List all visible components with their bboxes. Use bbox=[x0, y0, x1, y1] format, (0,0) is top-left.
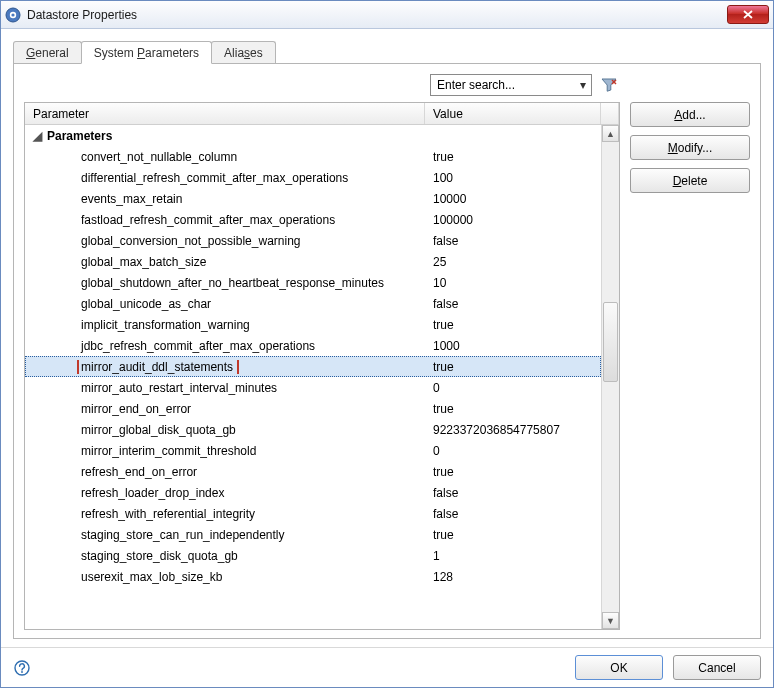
table-row[interactable]: fastload_refresh_commit_after_max_operat… bbox=[25, 209, 601, 230]
dropdown-arrow-icon[interactable]: ▾ bbox=[575, 78, 591, 92]
parameter-value: false bbox=[425, 486, 601, 500]
close-button[interactable] bbox=[727, 5, 769, 24]
expand-collapse-icon[interactable]: ◢ bbox=[33, 129, 43, 143]
filter-icon[interactable] bbox=[600, 76, 618, 94]
vertical-scrollbar[interactable]: ▲ ▼ bbox=[601, 125, 619, 629]
tab-label-post: es bbox=[250, 46, 263, 60]
parameter-name: jdbc_refresh_commit_after_max_operations bbox=[81, 339, 315, 353]
svg-point-5 bbox=[15, 661, 29, 675]
table-row[interactable]: refresh_with_referential_integrityfalse bbox=[25, 503, 601, 524]
table-row[interactable]: refresh_loader_drop_indexfalse bbox=[25, 482, 601, 503]
scroll-down-button[interactable]: ▼ bbox=[602, 612, 619, 629]
delete-button[interactable]: Delete bbox=[630, 168, 750, 193]
table-row[interactable]: implicit_transformation_warningtrue bbox=[25, 314, 601, 335]
table-row[interactable]: global_unicode_as_charfalse bbox=[25, 293, 601, 314]
app-icon bbox=[5, 7, 21, 23]
parameter-value: 100000 bbox=[425, 213, 601, 227]
parameter-value: true bbox=[425, 150, 601, 164]
parameter-name: global_unicode_as_char bbox=[81, 297, 211, 311]
parameter-value: 128 bbox=[425, 570, 601, 584]
parameter-value: 0 bbox=[425, 444, 601, 458]
tab-label-post: eneral bbox=[35, 46, 68, 60]
grid-body: ◢Parameters convert_not_nullable_columnt… bbox=[25, 125, 619, 629]
parameter-name: global_conversion_not_possible_warning bbox=[81, 234, 301, 248]
table-row[interactable]: global_max_batch_size25 bbox=[25, 251, 601, 272]
table-row[interactable]: refresh_end_on_errortrue bbox=[25, 461, 601, 482]
parameter-name: global_max_batch_size bbox=[81, 255, 206, 269]
grid-rows: ◢Parameters convert_not_nullable_columnt… bbox=[25, 125, 601, 629]
modify-button[interactable]: Modify... bbox=[630, 135, 750, 160]
cancel-button[interactable]: Cancel bbox=[673, 655, 761, 680]
parameter-name: convert_not_nullable_column bbox=[81, 150, 237, 164]
tabstrip: General System Parameters Aliases bbox=[13, 39, 761, 64]
ok-button[interactable]: OK bbox=[575, 655, 663, 680]
tab-aliases[interactable]: Aliases bbox=[211, 41, 276, 63]
svg-point-6 bbox=[21, 671, 23, 673]
parameter-name: mirror_global_disk_quota_gb bbox=[81, 423, 236, 437]
parameter-name: staging_store_disk_quota_gb bbox=[81, 549, 238, 563]
table-row[interactable]: staging_store_disk_quota_gb1 bbox=[25, 545, 601, 566]
search-row: Enter search... ▾ bbox=[24, 74, 750, 96]
scroll-up-button[interactable]: ▲ bbox=[602, 125, 619, 142]
client-area: General System Parameters Aliases Enter … bbox=[1, 29, 773, 647]
search-placeholder: Enter search... bbox=[431, 78, 575, 92]
parameter-name: implicit_transformation_warning bbox=[81, 318, 250, 332]
parameter-name: refresh_end_on_error bbox=[81, 465, 197, 479]
tab-mnemonic: G bbox=[26, 46, 35, 60]
tab-mnemonic: P bbox=[137, 46, 145, 60]
group-row-parameters[interactable]: ◢Parameters bbox=[25, 125, 601, 146]
parameter-name: events_max_retain bbox=[81, 192, 182, 206]
table-row[interactable]: staging_store_can_run_independentlytrue bbox=[25, 524, 601, 545]
table-row[interactable]: mirror_end_on_errortrue bbox=[25, 398, 601, 419]
scroll-track[interactable] bbox=[602, 142, 619, 612]
table-row[interactable]: mirror_interim_commit_threshold0 bbox=[25, 440, 601, 461]
tab-label-pre: System bbox=[94, 46, 137, 60]
parameter-value: true bbox=[425, 402, 601, 416]
add-button[interactable]: Add... bbox=[630, 102, 750, 127]
parameter-value: 10000 bbox=[425, 192, 601, 206]
dialog-window: Datastore Properties General System Para… bbox=[0, 0, 774, 688]
main-row: Parameter Value ◢Parameters convert_not_… bbox=[24, 102, 750, 630]
parameter-name: differential_refresh_commit_after_max_op… bbox=[81, 171, 348, 185]
table-row[interactable]: mirror_audit_ddl_statementstrue bbox=[25, 356, 601, 377]
search-combo[interactable]: Enter search... ▾ bbox=[430, 74, 592, 96]
parameter-value: false bbox=[425, 297, 601, 311]
table-row[interactable]: differential_refresh_commit_after_max_op… bbox=[25, 167, 601, 188]
tab-general[interactable]: General bbox=[13, 41, 82, 63]
footer: OK Cancel bbox=[1, 647, 773, 687]
button-column: Add... Modify... Delete bbox=[630, 102, 750, 630]
help-icon[interactable] bbox=[13, 659, 31, 677]
parameter-name: fastload_refresh_commit_after_max_operat… bbox=[81, 213, 335, 227]
parameter-value: true bbox=[425, 318, 601, 332]
grid-header: Parameter Value bbox=[25, 103, 619, 125]
svg-point-2 bbox=[11, 13, 14, 16]
column-header-parameter[interactable]: Parameter bbox=[25, 103, 425, 124]
scroll-header bbox=[601, 103, 619, 124]
parameter-value: true bbox=[425, 528, 601, 542]
parameter-value: 9223372036854775807 bbox=[425, 423, 601, 437]
parameter-value: 0 bbox=[425, 381, 601, 395]
parameter-value: true bbox=[425, 465, 601, 479]
parameter-name: mirror_interim_commit_threshold bbox=[81, 444, 256, 458]
table-row[interactable]: convert_not_nullable_columntrue bbox=[25, 146, 601, 167]
tab-system-parameters[interactable]: System Parameters bbox=[81, 41, 212, 64]
group-label: Parameters bbox=[47, 129, 112, 143]
parameter-name: mirror_end_on_error bbox=[81, 402, 191, 416]
column-header-value[interactable]: Value bbox=[425, 103, 601, 124]
table-row[interactable]: global_conversion_not_possible_warningfa… bbox=[25, 230, 601, 251]
table-row[interactable]: userexit_max_lob_size_kb128 bbox=[25, 566, 601, 587]
parameter-name: refresh_loader_drop_index bbox=[81, 486, 224, 500]
tab-panel: Enter search... ▾ Parameter Value bbox=[13, 64, 761, 639]
parameter-value: 25 bbox=[425, 255, 601, 269]
table-row[interactable]: mirror_global_disk_quota_gb9223372036854… bbox=[25, 419, 601, 440]
parameter-name: refresh_with_referential_integrity bbox=[81, 507, 255, 521]
parameter-name: mirror_auto_restart_interval_minutes bbox=[81, 381, 277, 395]
scroll-thumb[interactable] bbox=[603, 302, 618, 382]
table-row[interactable]: events_max_retain10000 bbox=[25, 188, 601, 209]
table-row[interactable]: mirror_auto_restart_interval_minutes0 bbox=[25, 377, 601, 398]
table-row[interactable]: jdbc_refresh_commit_after_max_operations… bbox=[25, 335, 601, 356]
parameter-value: 100 bbox=[425, 171, 601, 185]
table-row[interactable]: global_shutdown_after_no_heartbeat_respo… bbox=[25, 272, 601, 293]
parameter-value: true bbox=[425, 360, 601, 374]
titlebar[interactable]: Datastore Properties bbox=[1, 1, 773, 29]
